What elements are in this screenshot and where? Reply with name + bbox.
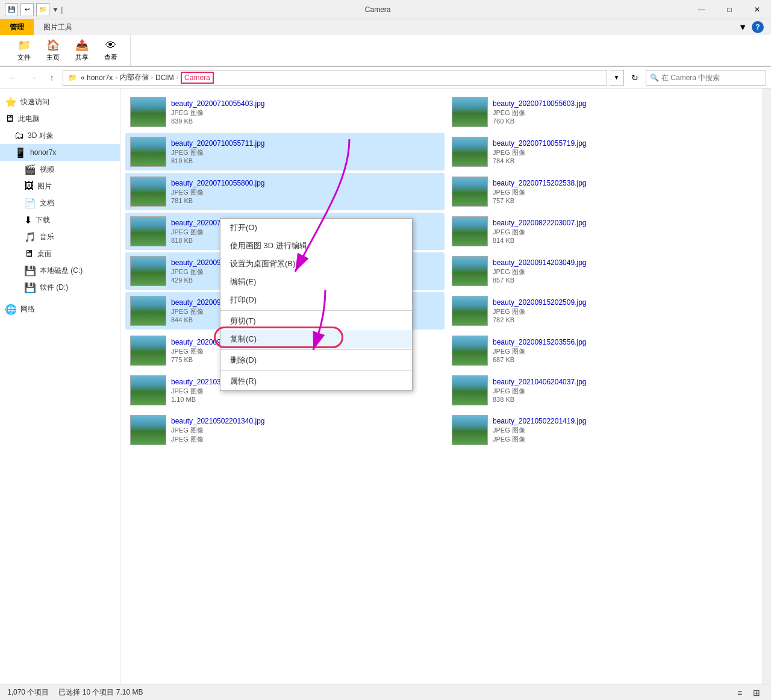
file-thumbnail xyxy=(452,415,488,445)
address-path[interactable]: 📁 « honor7x › 内部存储 › DCIM › Camera xyxy=(63,70,607,86)
file-thumbnail xyxy=(452,336,488,366)
menu-item[interactable]: 复制(C) xyxy=(220,330,412,348)
back-button[interactable]: ← xyxy=(5,69,22,86)
file-info: beauty_20200710055403.jpg JPEG 图像 839 KB xyxy=(171,99,440,125)
file-thumbnail xyxy=(452,216,488,246)
file-size: 857 KB xyxy=(493,277,761,284)
view-controls: ≡ ⊞ xyxy=(732,686,764,699)
file-item[interactable]: beauty_20210502201340.jpg JPEG 图像 JPEG 图… xyxy=(125,411,445,449)
sidebar-item-software-d[interactable]: 💾 软件 (D:) xyxy=(0,279,120,296)
file-info: beauty_20200710055800.jpg JPEG 图像 781 KB xyxy=(171,179,440,204)
menu-item[interactable]: 使用画图 3D 进行编辑 xyxy=(220,237,412,255)
sidebar-item-local-disk-c[interactable]: 💾 本地磁盘 (C:) xyxy=(0,262,120,279)
sidebar-item-desktop[interactable]: 🖥 桌面 xyxy=(0,245,120,262)
tab-manage[interactable]: 管理 xyxy=(0,19,34,35)
ribbon-help-icon[interactable]: ? xyxy=(752,21,764,33)
search-box[interactable]: 🔍 xyxy=(646,70,766,86)
file-type: JPEG 图像 xyxy=(493,188,761,197)
file-item[interactable]: beauty_20210406204037.jpg JPEG 图像 838 KB xyxy=(447,372,766,409)
sidebar-item-network[interactable]: 🌐 网络 xyxy=(0,301,120,317)
tab-picture-tools[interactable]: 图片工具 xyxy=(34,19,82,35)
file-info: beauty_20210406204037.jpg JPEG 图像 838 KB xyxy=(493,378,761,403)
file-item[interactable]: beauty_20200710055800.jpg JPEG 图像 781 KB xyxy=(125,173,445,210)
network-icon: 🌐 xyxy=(5,304,17,315)
file-size: 838 KB xyxy=(493,396,761,403)
file-thumbnail xyxy=(130,336,166,366)
sidebar-item-pictures[interactable]: 🖼 图片 xyxy=(0,178,120,195)
menu-item[interactable]: 编辑(E) xyxy=(220,273,412,291)
file-size: 819 KB xyxy=(171,157,440,164)
phone-icon: 📱 xyxy=(14,147,27,158)
file-type: JPEG 图像 xyxy=(493,228,761,237)
save-quick-btn[interactable]: 💾 xyxy=(5,3,18,16)
file-thumbnail xyxy=(452,137,488,167)
sidebar-label-network: 网络 xyxy=(20,304,35,314)
menu-item[interactable]: 属性(R) xyxy=(220,372,412,390)
sidebar-item-documents[interactable]: 📄 文档 xyxy=(0,195,120,211)
ribbon-home-btn[interactable]: 🏠主页 xyxy=(41,36,65,64)
file-thumbnail xyxy=(452,97,488,127)
selected-info: 已选择 10 个项目 7.10 MB xyxy=(58,687,143,698)
file-info: beauty_20210502201419.jpg JPEG 图像 JPEG 图… xyxy=(493,417,761,444)
video-icon: 🎬 xyxy=(24,164,36,175)
sidebar-item-3d-objects[interactable]: 🗂 3D 对象 xyxy=(0,127,120,144)
file-item[interactable]: beauty_20200715202538.jpg JPEG 图像 757 KB xyxy=(447,173,766,210)
list-view-button[interactable]: ≡ xyxy=(732,686,747,699)
sidebar-item-quick-access[interactable]: ⭐ 快速访问 xyxy=(0,93,120,110)
path-camera[interactable]: Camera xyxy=(181,72,214,84)
file-name: beauty_20210502201340.jpg xyxy=(171,417,440,425)
sidebar-item-this-pc[interactable]: 🖥 此电脑 xyxy=(0,110,120,127)
file-size: 781 KB xyxy=(171,197,440,204)
menu-item[interactable]: 设置为桌面背景(B) xyxy=(220,255,412,273)
sidebar-item-video[interactable]: 🎬 视频 xyxy=(0,161,120,178)
refresh-button[interactable]: ↻ xyxy=(626,69,643,86)
file-item[interactable]: beauty_20200822203007.jpg JPEG 图像 814 KB xyxy=(447,213,766,250)
file-thumbnail xyxy=(130,137,166,167)
file-item[interactable]: beauty_20200710055603.jpg JPEG 图像 760 KB xyxy=(447,93,766,131)
file-item[interactable]: beauty_20200914203049.jpg JPEG 图像 857 KB xyxy=(447,252,766,290)
sidebar-item-honor7x[interactable]: 📱 honor7x xyxy=(0,144,120,161)
file-type: JPEG 图像 xyxy=(493,426,761,435)
ribbon-share-btn[interactable]: 📤共享 xyxy=(70,36,94,64)
menu-separator xyxy=(220,370,412,371)
menu-item[interactable]: 打开(O) xyxy=(220,219,412,237)
close-button[interactable]: ✕ xyxy=(743,0,771,19)
path-storage[interactable]: 内部存储 xyxy=(120,72,149,83)
file-name: beauty_20210502201419.jpg xyxy=(493,417,761,425)
item-count: 1,070 个项目 xyxy=(7,687,49,698)
minimize-button[interactable]: — xyxy=(688,0,716,19)
menu-item[interactable]: 剪切(T) xyxy=(220,312,412,330)
file-content: beauty_20200710055403.jpg JPEG 图像 839 KB… xyxy=(120,89,771,684)
file-item[interactable]: beauty_20200915202509.jpg JPEG 图像 782 KB xyxy=(447,292,766,330)
path-dcim[interactable]: DCIM xyxy=(155,73,174,82)
file-size: 687 KB xyxy=(493,356,761,363)
up-button[interactable]: ↑ xyxy=(43,69,60,86)
file-item[interactable]: beauty_20200915203556.jpg JPEG 图像 687 KB xyxy=(447,332,766,369)
address-dropdown[interactable]: ▼ xyxy=(610,70,624,86)
file-thumbnail xyxy=(452,296,488,326)
file-item[interactable]: beauty_20200710055719.jpg JPEG 图像 784 KB xyxy=(447,133,766,170)
sidebar-item-downloads[interactable]: ⬇ 下载 xyxy=(0,211,120,228)
file-item[interactable]: beauty_20200710055711.jpg JPEG 图像 819 KB xyxy=(125,133,445,170)
search-input[interactable] xyxy=(661,73,762,82)
scrollbar-track xyxy=(763,89,771,684)
doc-icon: 📄 xyxy=(24,198,36,209)
file-item[interactable]: beauty_20210502201419.jpg JPEG 图像 JPEG 图… xyxy=(447,411,766,449)
ribbon-help-btn[interactable]: ▼ xyxy=(738,22,747,32)
menu-item[interactable]: 删除(D) xyxy=(220,351,412,369)
menu-item[interactable]: 打印(D) xyxy=(220,291,412,309)
sidebar-item-music[interactable]: 🎵 音乐 xyxy=(0,228,120,245)
folder-quick-btn[interactable]: 📁 xyxy=(36,3,49,16)
maximize-button[interactable]: □ xyxy=(716,0,743,19)
file-info: beauty_20200915203556.jpg JPEG 图像 687 KB xyxy=(493,338,761,363)
file-type: JPEG 图像 xyxy=(493,148,761,157)
forward-button[interactable]: → xyxy=(24,69,41,86)
grid-view-button[interactable]: ⊞ xyxy=(749,686,764,699)
undo-quick-btn[interactable]: ↩ xyxy=(20,3,34,16)
ribbon-view-btn[interactable]: 👁查看 xyxy=(99,37,123,64)
file-type: JPEG 图像 xyxy=(493,387,761,396)
status-bar: 1,070 个项目 已选择 10 个项目 7.10 MB ≡ ⊞ xyxy=(0,684,771,700)
path-honor7x[interactable]: « honor7x xyxy=(81,73,113,82)
ribbon-file-btn[interactable]: 📁文件 xyxy=(12,36,36,64)
file-item[interactable]: beauty_20200710055403.jpg JPEG 图像 839 KB xyxy=(125,93,445,131)
